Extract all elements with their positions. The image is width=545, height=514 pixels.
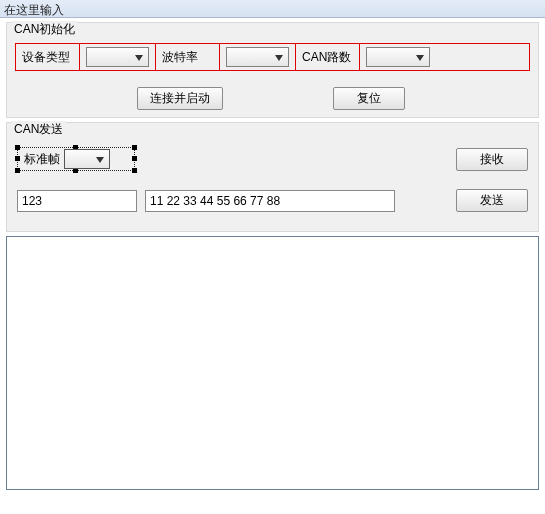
can-id-input[interactable] [17, 190, 137, 212]
can-channel-label: CAN路数 [296, 44, 360, 70]
can-init-group: CAN初始化 设备类型 波特率 CAN路数 [6, 22, 539, 118]
connect-start-button[interactable]: 连接并启动 [137, 87, 223, 110]
receive-button[interactable]: 接收 [456, 148, 528, 171]
output-textarea[interactable] [6, 236, 539, 490]
chevron-down-icon [92, 152, 107, 167]
reset-button[interactable]: 复位 [333, 87, 405, 110]
frame-type-label: 标准帧 [18, 151, 60, 168]
window-title: 在这里输入 [4, 3, 64, 17]
window-title-bar: 在这里输入 [0, 0, 545, 18]
baud-rate-combo[interactable] [226, 47, 289, 67]
chevron-down-icon [271, 50, 286, 65]
frame-type-combo[interactable] [64, 149, 110, 169]
send-button[interactable]: 发送 [456, 189, 528, 212]
baud-rate-label: 波特率 [156, 44, 220, 70]
can-init-label: CAN初始化 [11, 21, 78, 38]
chevron-down-icon [131, 50, 146, 65]
device-type-label: 设备类型 [16, 44, 80, 70]
chevron-down-icon [412, 50, 427, 65]
can-data-input[interactable] [145, 190, 395, 212]
device-type-combo[interactable] [86, 47, 149, 67]
can-channel-combo[interactable] [366, 47, 430, 67]
can-send-group: CAN发送 标准帧 接收 发送 [6, 122, 539, 232]
frame-type-selection[interactable]: 标准帧 [17, 147, 135, 171]
can-send-label: CAN发送 [11, 121, 66, 138]
device-config-row: 设备类型 波特率 CAN路数 [15, 43, 530, 71]
